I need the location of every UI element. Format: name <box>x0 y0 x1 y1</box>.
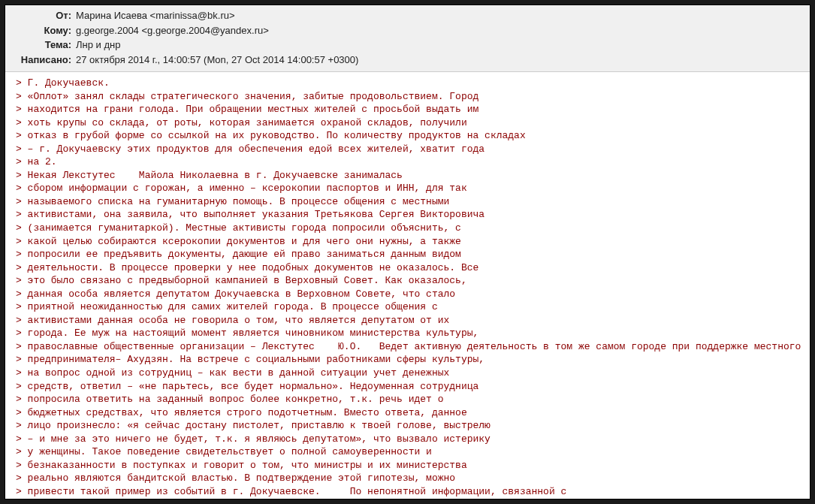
body-line: > (занимается гуманитаркой). Местные акт… <box>16 222 802 235</box>
subject-label: Тема: <box>11 38 76 53</box>
body-line: > деятельности. В процессе проверки у не… <box>16 261 802 275</box>
body-line: > это было связано с предвыборной кампан… <box>16 274 802 288</box>
from-label: От: <box>11 8 76 23</box>
body-line: > находится на грани голода. При обращен… <box>16 103 802 116</box>
body-line: > безнаказанности в поступках и говорит … <box>16 459 802 472</box>
header-to: Кому: g.george.2004 <g.george.2004@yande… <box>11 23 804 38</box>
body-line: > активистами данная особа не говорила о… <box>16 314 802 327</box>
body-line: > бюджетных средствах, что является стро… <box>16 406 802 420</box>
email-body: > Г. Докучаевск.> «Оплот» занял склады с… <box>5 72 810 499</box>
header-subject: Тема: Лнр и днр <box>11 38 804 53</box>
body-line: > – г. Докучаевску этих продуктов для об… <box>16 143 802 156</box>
to-value: g.george.2004 <g.george.2004@yandex.ru> <box>76 23 269 38</box>
body-line: > привести такой пример из событий в г. … <box>16 485 802 499</box>
body-line: > Некая Лекстутес Майола Николаевна в г.… <box>16 169 802 183</box>
to-label: Кому: <box>11 23 76 38</box>
body-line: > на вопрос одной из сотрудниц – как вес… <box>16 367 802 380</box>
body-line: > данная особа является депутатом Докуча… <box>16 288 802 301</box>
body-line: > православные общественные организации … <box>16 340 802 354</box>
date-value: 27 октября 2014 г., 14:00:57 (Mon, 27 Oc… <box>76 53 358 68</box>
body-line: > попросила ответить на заданный вопрос … <box>16 393 802 406</box>
body-line: > Г. Докучаевск. <box>16 77 802 90</box>
email-window: От: Марина Исаева <marinissa@bk.ru> Кому… <box>5 5 810 499</box>
body-line: > попросили ее предъявить документы, даю… <box>16 248 802 261</box>
body-line: > реально являются бандитской властью. В… <box>16 472 802 485</box>
from-value: Марина Исаева <marinissa@bk.ru> <box>76 8 235 23</box>
body-line: > коррупцией коменданта города Докучаевс… <box>16 499 802 500</box>
body-line: > на 2. <box>16 155 802 169</box>
subject-value: Лнр и днр <box>76 38 120 53</box>
body-line: > средств, ответил – «не парьтесь, все б… <box>16 380 802 394</box>
body-line: > лицо произнесло: «я сейчас достану пис… <box>16 419 802 433</box>
body-line: > какой целью собираются ксерокопии доку… <box>16 235 802 249</box>
body-line: > – и мне за это ничего не будет, т.к. я… <box>16 433 802 446</box>
body-line: > «Оплот» занял склады стратегического з… <box>16 90 802 104</box>
body-line: > активистами, она заявила, что выполняе… <box>16 208 802 222</box>
body-line: > сбором информации с горожан, а именно … <box>16 182 802 195</box>
header-from: От: Марина Исаева <marinissa@bk.ru> <box>11 8 804 23</box>
body-line: > города. Ее муж на настоящий момент явл… <box>16 327 802 340</box>
body-line: > отказ в грубой форме со ссылкой на их … <box>16 129 802 143</box>
body-line: > называемого списка на гуманитарную пом… <box>16 195 802 209</box>
body-line: > хоть крупы со склада, от роты, которая… <box>16 116 802 130</box>
email-headers: От: Марина Исаева <marinissa@bk.ru> Кому… <box>5 5 810 72</box>
body-line: > у женщины. Такое поведение свидетельст… <box>16 445 802 459</box>
header-date: Написано: 27 октября 2014 г., 14:00:57 (… <box>11 53 804 68</box>
body-line: > приятной неожиданностью для самих жите… <box>16 300 802 314</box>
body-line: > предпринимателя– Ахудзян. На встрече с… <box>16 353 802 367</box>
date-label: Написано: <box>11 53 76 68</box>
